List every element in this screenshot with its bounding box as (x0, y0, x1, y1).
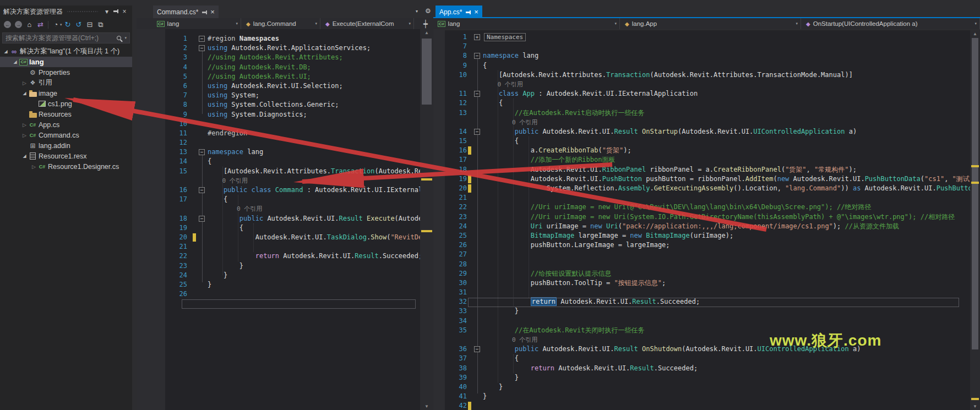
code-line[interactable]: 12 (137, 138, 420, 147)
codelens-row[interactable]: 0 个引用 (137, 204, 420, 214)
collapse-region-icon[interactable]: − (474, 91, 480, 97)
code-line[interactable]: 23 } (137, 261, 420, 271)
home-icon[interactable]: ⌂ (24, 20, 35, 30)
code-line[interactable]: 18− public Autodesk.Revit.UI.Result Exec… (137, 214, 420, 223)
tree-item-resources[interactable]: Resources (0, 109, 132, 119)
code-line[interactable]: 29 //给按钮设置默认提示信息 (433, 269, 970, 278)
codelens-row[interactable]: 0 个引用 (137, 176, 420, 185)
code-line[interactable]: 1+Namespaces (433, 32, 970, 42)
code-line[interactable]: 28 (433, 260, 970, 269)
tree-item-image[interactable]: ◢image (0, 88, 132, 99)
code-line[interactable]: 22 return Autodesk.Revit.UI.Result.Succe… (137, 252, 420, 261)
collapse-region-icon[interactable]: − (199, 216, 205, 222)
code-line[interactable]: 15 [Autodesk.Revit.Attributes.Transactio… (137, 167, 420, 176)
code-line[interactable]: 15 { (433, 136, 970, 146)
chevron-down-icon[interactable]: ▾ (102, 8, 111, 15)
gear-icon[interactable]: ⚙ (425, 7, 431, 15)
expander-expanded-icon[interactable]: ◢ (21, 91, 28, 96)
code-line[interactable]: 6using Autodesk.Revit.UI.Selection; (137, 81, 420, 91)
vertical-scrollbar[interactable]: ▲ ▼ (970, 30, 980, 410)
expander-expanded-icon[interactable]: ◢ (12, 59, 19, 64)
fold-margin[interactable]: − (473, 53, 481, 59)
code-line[interactable]: 30 pushButton.ToolTip = "按钮提示信息"; (433, 278, 970, 288)
code-line[interactable]: 17 //添加一个新的Ribbon面板 (433, 155, 970, 165)
collapse-region-icon[interactable]: − (474, 346, 480, 352)
code-line[interactable]: 31 (433, 288, 970, 297)
expand-region-icon[interactable]: + (474, 34, 480, 40)
code-line[interactable]: 25} (137, 280, 420, 289)
tree-item--lang-1-1-[interactable]: ◢∞解决方案"lang"(1 个项目/共 1 个) (0, 46, 132, 57)
fold-margin[interactable]: − (198, 149, 205, 155)
codelens-row[interactable]: 0 个引用 (433, 80, 970, 89)
tree-item--[interactable]: ▷❖引用 (0, 78, 132, 88)
collapse-region-icon[interactable]: − (199, 187, 205, 193)
code-line[interactable]: 24 Uri uriImage = new Uri("pack://applic… (433, 222, 970, 231)
code-line[interactable]: 20 System.Reflection.Assembly.GetExecuti… (433, 184, 970, 193)
project-dropdown[interactable]: C# lang ▾ (435, 18, 620, 29)
expander-collapsed-icon[interactable]: ▷ (21, 122, 28, 128)
fold-margin[interactable]: − (198, 36, 205, 42)
code-line[interactable]: 26 (137, 289, 420, 299)
code-line[interactable]: 25 BitmapImage largeImage = new BitmapIm… (433, 231, 970, 240)
type-dropdown[interactable]: ◆ lang.Command ▾ (243, 18, 320, 29)
code-line[interactable]: 10 [Autodesk.Revit.Attributes.Transactio… (433, 70, 970, 80)
fold-margin[interactable]: − (473, 346, 481, 352)
code-line[interactable]: 37 { (433, 354, 970, 363)
search-input[interactable]: 搜索解决方案资源管理器(Ctrl+;) ▾ (2, 32, 130, 43)
fold-margin[interactable]: + (473, 34, 481, 40)
sync-icon[interactable]: ↺ (74, 20, 84, 30)
pin-icon[interactable] (465, 9, 471, 15)
expander-collapsed-icon[interactable]: ▷ (30, 164, 37, 170)
expander-collapsed-icon[interactable]: ▷ (21, 80, 28, 86)
search-options-chevron-icon[interactable]: ▾ (124, 36, 127, 40)
code-line[interactable]: 19 Autodesk.Revit.UI.PushButton pushButt… (433, 174, 970, 184)
code-line[interactable]: 8using System.Collections.Generic; (137, 100, 420, 110)
scroll-up-icon[interactable]: ▲ (420, 30, 433, 35)
code-line[interactable]: 22 //Uri uriImage = new Uri(@"C:\Revit\D… (433, 203, 970, 212)
type-dropdown[interactable]: ◆ lang.App ▾ (622, 18, 801, 29)
tree-item-app.cs[interactable]: ▷C#App.cs (0, 119, 132, 130)
code-line[interactable]: 11#endregion (137, 129, 420, 138)
code-line[interactable]: 3//using Autodesk.Revit.Attributes; (137, 53, 420, 62)
code-line[interactable]: 13 //在Autodesk.Revit启动时执行一些任务 (433, 108, 970, 118)
refresh-icon[interactable]: ↻ (63, 20, 73, 30)
scrollbar-thumb[interactable] (972, 38, 978, 349)
code-line[interactable]: 20 Autodesk.Revit.UI.TaskDialog.Show("Re… (137, 233, 420, 242)
code-line[interactable]: 16 a.CreateRibbonTab("货架"); (433, 146, 970, 155)
code-line[interactable]: 13−namespace lang (137, 147, 420, 157)
code-line[interactable]: 21 (433, 193, 970, 203)
code-line[interactable]: 7using System; (137, 91, 420, 100)
pin-icon[interactable] (111, 8, 120, 15)
code-line[interactable]: 16− public class Command : Autodesk.Revi… (137, 185, 420, 195)
fold-margin[interactable]: − (198, 216, 205, 222)
code-line[interactable]: 10 (137, 119, 420, 129)
code-line[interactable]: 41} (433, 392, 970, 401)
member-dropdown[interactable]: ◆ Execute(ExternalCom ▾ (323, 18, 414, 29)
code-line[interactable]: 21 (137, 242, 420, 252)
expander-expanded-icon[interactable]: ◢ (2, 49, 9, 54)
code-line[interactable]: 24 } (137, 271, 420, 280)
code-line[interactable]: 39 } (433, 373, 970, 382)
fold-margin[interactable]: − (198, 187, 205, 193)
collapse-region-icon[interactable]: − (474, 53, 480, 59)
code-editor-app[interactable]: 1+Namespaces78−namespace lang9{10 [Autod… (433, 30, 970, 410)
code-line[interactable]: 4//using Autodesk.Revit.DB; (137, 63, 420, 72)
code-line[interactable]: 27 (433, 250, 970, 259)
fold-margin[interactable]: − (473, 91, 481, 97)
code-editor-command[interactable]: 1−#region Namespaces2−using Autodesk.Rev… (137, 29, 420, 410)
code-line[interactable]: 12 { (433, 99, 970, 108)
scroll-down-icon[interactable]: ▼ (970, 404, 980, 409)
code-line[interactable]: 38 return Autodesk.Revit.UI.Result.Succe… (433, 364, 970, 373)
tree-item-resource1.designer.cs[interactable]: ▷C#Resource1.Designer.cs (0, 161, 132, 172)
tree-item-command.cs[interactable]: ▷C#Command.cs (0, 130, 132, 140)
code-line[interactable]: 8−namespace lang (433, 51, 970, 61)
close-icon[interactable]: × (120, 8, 129, 15)
expander-expanded-icon[interactable]: ◢ (21, 154, 28, 158)
codelens-row[interactable]: 0 个引用 (433, 118, 970, 127)
collapse-region-icon[interactable]: − (199, 36, 205, 42)
code-line[interactable]: 1−#region Namespaces (137, 34, 420, 43)
copy-icon[interactable]: ⧉ (96, 20, 106, 30)
tree-item-resource1.resx[interactable]: ◢Resource1.resx (0, 151, 132, 161)
scroll-up-icon[interactable]: ▲ (970, 31, 980, 36)
pending-changes-filter-icon-chevron[interactable]: ▾ (60, 23, 62, 27)
